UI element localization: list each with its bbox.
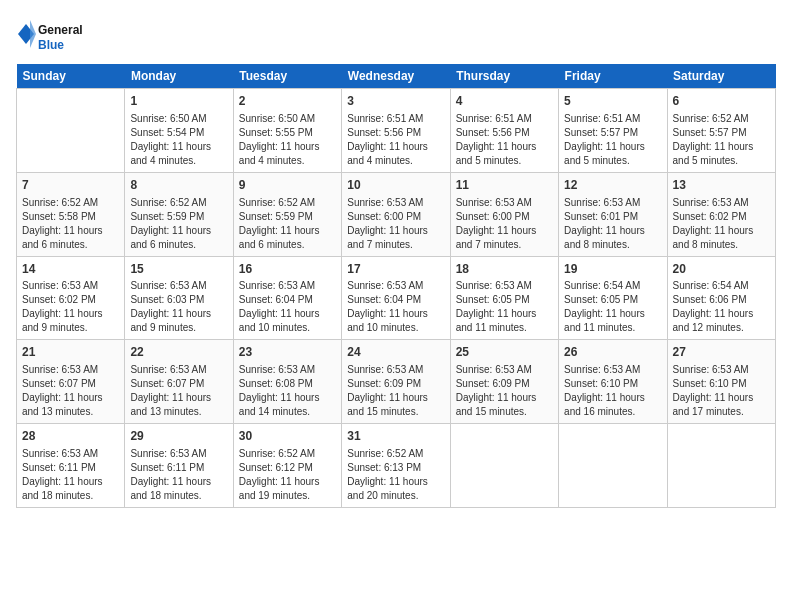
day-info: Sunrise: 6:51 AMSunset: 5:57 PMDaylight:…	[564, 112, 661, 168]
day-number: 3	[347, 93, 444, 110]
column-header-monday: Monday	[125, 64, 233, 89]
day-cell: 21Sunrise: 6:53 AMSunset: 6:07 PMDayligh…	[17, 340, 125, 424]
week-row-5: 28Sunrise: 6:53 AMSunset: 6:11 PMDayligh…	[17, 424, 776, 508]
day-info: Sunrise: 6:53 AMSunset: 6:11 PMDaylight:…	[130, 447, 227, 503]
page-header: General Blue	[16, 16, 776, 56]
day-info: Sunrise: 6:54 AMSunset: 6:05 PMDaylight:…	[564, 279, 661, 335]
day-cell: 16Sunrise: 6:53 AMSunset: 6:04 PMDayligh…	[233, 256, 341, 340]
day-info: Sunrise: 6:51 AMSunset: 5:56 PMDaylight:…	[456, 112, 553, 168]
week-row-4: 21Sunrise: 6:53 AMSunset: 6:07 PMDayligh…	[17, 340, 776, 424]
day-cell: 6Sunrise: 6:52 AMSunset: 5:57 PMDaylight…	[667, 89, 775, 173]
svg-marker-3	[30, 20, 36, 48]
day-number: 29	[130, 428, 227, 445]
day-number: 30	[239, 428, 336, 445]
day-cell: 14Sunrise: 6:53 AMSunset: 6:02 PMDayligh…	[17, 256, 125, 340]
day-cell: 25Sunrise: 6:53 AMSunset: 6:09 PMDayligh…	[450, 340, 558, 424]
day-info: Sunrise: 6:53 AMSunset: 6:01 PMDaylight:…	[564, 196, 661, 252]
day-info: Sunrise: 6:52 AMSunset: 5:57 PMDaylight:…	[673, 112, 770, 168]
column-header-friday: Friday	[559, 64, 667, 89]
day-number: 10	[347, 177, 444, 194]
day-cell: 3Sunrise: 6:51 AMSunset: 5:56 PMDaylight…	[342, 89, 450, 173]
day-info: Sunrise: 6:52 AMSunset: 5:59 PMDaylight:…	[239, 196, 336, 252]
day-cell: 28Sunrise: 6:53 AMSunset: 6:11 PMDayligh…	[17, 424, 125, 508]
day-cell: 4Sunrise: 6:51 AMSunset: 5:56 PMDaylight…	[450, 89, 558, 173]
week-row-1: 1Sunrise: 6:50 AMSunset: 5:54 PMDaylight…	[17, 89, 776, 173]
day-cell	[450, 424, 558, 508]
day-number: 11	[456, 177, 553, 194]
day-info: Sunrise: 6:50 AMSunset: 5:54 PMDaylight:…	[130, 112, 227, 168]
day-info: Sunrise: 6:53 AMSunset: 6:10 PMDaylight:…	[673, 363, 770, 419]
day-number: 16	[239, 261, 336, 278]
day-info: Sunrise: 6:53 AMSunset: 6:11 PMDaylight:…	[22, 447, 119, 503]
day-number: 2	[239, 93, 336, 110]
day-number: 23	[239, 344, 336, 361]
day-number: 14	[22, 261, 119, 278]
day-cell: 23Sunrise: 6:53 AMSunset: 6:08 PMDayligh…	[233, 340, 341, 424]
day-info: Sunrise: 6:52 AMSunset: 5:58 PMDaylight:…	[22, 196, 119, 252]
day-info: Sunrise: 6:53 AMSunset: 6:03 PMDaylight:…	[130, 279, 227, 335]
day-number: 17	[347, 261, 444, 278]
day-cell: 19Sunrise: 6:54 AMSunset: 6:05 PMDayligh…	[559, 256, 667, 340]
day-cell: 11Sunrise: 6:53 AMSunset: 6:00 PMDayligh…	[450, 172, 558, 256]
header-row: SundayMondayTuesdayWednesdayThursdayFrid…	[17, 64, 776, 89]
day-cell: 27Sunrise: 6:53 AMSunset: 6:10 PMDayligh…	[667, 340, 775, 424]
day-info: Sunrise: 6:51 AMSunset: 5:56 PMDaylight:…	[347, 112, 444, 168]
day-number: 9	[239, 177, 336, 194]
day-info: Sunrise: 6:53 AMSunset: 6:09 PMDaylight:…	[456, 363, 553, 419]
day-number: 26	[564, 344, 661, 361]
day-cell: 18Sunrise: 6:53 AMSunset: 6:05 PMDayligh…	[450, 256, 558, 340]
day-number: 20	[673, 261, 770, 278]
day-info: Sunrise: 6:53 AMSunset: 6:04 PMDaylight:…	[239, 279, 336, 335]
week-row-3: 14Sunrise: 6:53 AMSunset: 6:02 PMDayligh…	[17, 256, 776, 340]
day-number: 25	[456, 344, 553, 361]
svg-text:Blue: Blue	[38, 38, 64, 52]
day-info: Sunrise: 6:53 AMSunset: 6:02 PMDaylight:…	[22, 279, 119, 335]
day-number: 28	[22, 428, 119, 445]
day-number: 5	[564, 93, 661, 110]
day-cell: 8Sunrise: 6:52 AMSunset: 5:59 PMDaylight…	[125, 172, 233, 256]
day-number: 31	[347, 428, 444, 445]
day-cell: 13Sunrise: 6:53 AMSunset: 6:02 PMDayligh…	[667, 172, 775, 256]
day-cell: 15Sunrise: 6:53 AMSunset: 6:03 PMDayligh…	[125, 256, 233, 340]
day-number: 22	[130, 344, 227, 361]
day-number: 21	[22, 344, 119, 361]
week-row-2: 7Sunrise: 6:52 AMSunset: 5:58 PMDaylight…	[17, 172, 776, 256]
day-number: 24	[347, 344, 444, 361]
day-number: 8	[130, 177, 227, 194]
day-info: Sunrise: 6:53 AMSunset: 6:04 PMDaylight:…	[347, 279, 444, 335]
day-info: Sunrise: 6:53 AMSunset: 6:08 PMDaylight:…	[239, 363, 336, 419]
day-info: Sunrise: 6:53 AMSunset: 6:07 PMDaylight:…	[130, 363, 227, 419]
day-number: 27	[673, 344, 770, 361]
day-number: 15	[130, 261, 227, 278]
day-number: 6	[673, 93, 770, 110]
day-info: Sunrise: 6:54 AMSunset: 6:06 PMDaylight:…	[673, 279, 770, 335]
logo-svg: General Blue	[16, 16, 96, 56]
day-cell: 29Sunrise: 6:53 AMSunset: 6:11 PMDayligh…	[125, 424, 233, 508]
column-header-saturday: Saturday	[667, 64, 775, 89]
day-info: Sunrise: 6:52 AMSunset: 6:13 PMDaylight:…	[347, 447, 444, 503]
day-number: 7	[22, 177, 119, 194]
day-info: Sunrise: 6:50 AMSunset: 5:55 PMDaylight:…	[239, 112, 336, 168]
day-cell: 9Sunrise: 6:52 AMSunset: 5:59 PMDaylight…	[233, 172, 341, 256]
day-info: Sunrise: 6:53 AMSunset: 6:05 PMDaylight:…	[456, 279, 553, 335]
column-header-tuesday: Tuesday	[233, 64, 341, 89]
day-cell: 17Sunrise: 6:53 AMSunset: 6:04 PMDayligh…	[342, 256, 450, 340]
logo: General Blue	[16, 16, 96, 56]
day-cell	[667, 424, 775, 508]
day-info: Sunrise: 6:52 AMSunset: 5:59 PMDaylight:…	[130, 196, 227, 252]
day-info: Sunrise: 6:53 AMSunset: 6:09 PMDaylight:…	[347, 363, 444, 419]
day-info: Sunrise: 6:53 AMSunset: 6:00 PMDaylight:…	[347, 196, 444, 252]
day-info: Sunrise: 6:52 AMSunset: 6:12 PMDaylight:…	[239, 447, 336, 503]
day-info: Sunrise: 6:53 AMSunset: 6:07 PMDaylight:…	[22, 363, 119, 419]
day-cell: 2Sunrise: 6:50 AMSunset: 5:55 PMDaylight…	[233, 89, 341, 173]
svg-text:General: General	[38, 23, 83, 37]
day-cell	[559, 424, 667, 508]
day-cell: 7Sunrise: 6:52 AMSunset: 5:58 PMDaylight…	[17, 172, 125, 256]
day-cell: 22Sunrise: 6:53 AMSunset: 6:07 PMDayligh…	[125, 340, 233, 424]
day-number: 1	[130, 93, 227, 110]
day-cell: 5Sunrise: 6:51 AMSunset: 5:57 PMDaylight…	[559, 89, 667, 173]
day-number: 13	[673, 177, 770, 194]
day-info: Sunrise: 6:53 AMSunset: 6:10 PMDaylight:…	[564, 363, 661, 419]
day-number: 18	[456, 261, 553, 278]
day-cell: 1Sunrise: 6:50 AMSunset: 5:54 PMDaylight…	[125, 89, 233, 173]
